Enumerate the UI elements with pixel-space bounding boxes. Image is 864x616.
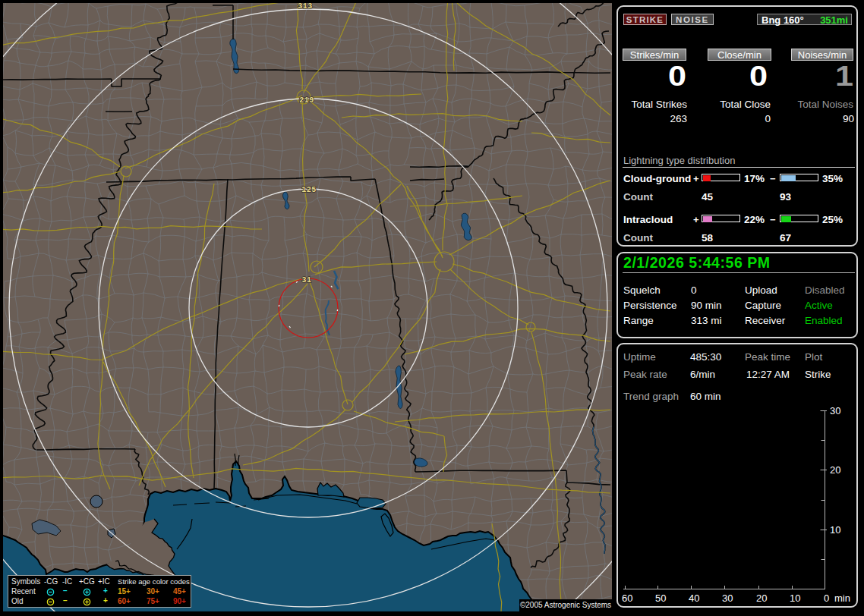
svg-text:30: 30 [830,405,840,416]
svg-text:10: 10 [790,592,800,604]
svg-text:0: 0 [824,592,829,604]
svg-text:125: 125 [301,186,317,194]
svg-text:31: 31 [301,276,311,284]
svg-text:30: 30 [722,592,733,604]
svg-text:40: 40 [689,592,699,604]
svg-text:50: 50 [655,592,666,604]
svg-text:313: 313 [298,3,313,11]
svg-text:60: 60 [622,592,632,604]
svg-text:10: 10 [830,524,840,536]
svg-text:219: 219 [299,96,314,105]
svg-text:20: 20 [830,464,840,476]
svg-text:20: 20 [756,592,767,604]
svg-text:min: min [834,592,850,604]
